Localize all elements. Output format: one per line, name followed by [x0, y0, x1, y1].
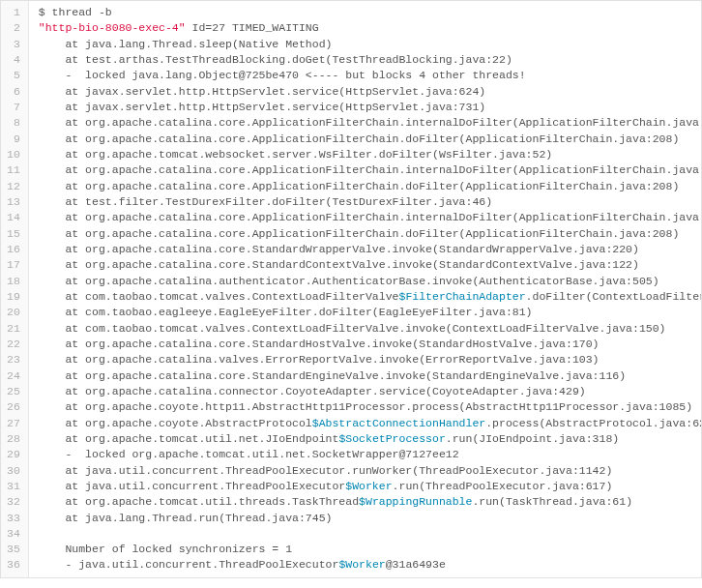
line-number: 36: [7, 557, 20, 573]
code-text: .run(TaskThread.java:61): [472, 495, 632, 508]
line-number: 11: [7, 162, 20, 178]
line-number: 25: [7, 384, 20, 399]
code-line: Number of locked synchronizers = 1: [39, 542, 701, 557]
code-line: - locked org.apache.tomcat.util.net.Sock…: [39, 447, 701, 462]
code-text: at javax.servlet.http.HttpServlet.servic…: [39, 85, 485, 98]
inner-class: $Worker: [345, 480, 392, 492]
inner-class: $SocketProcessor: [338, 432, 445, 445]
line-number: 8: [7, 115, 20, 131]
line-number: 27: [7, 416, 20, 431]
code-line: at test.arthas.TestThreadBlocking.doGet(…: [39, 52, 701, 68]
code-text: .doFilter(ContextLoadFilterValve.java:19…: [526, 290, 701, 303]
inner-class: $FilterChainAdapter: [398, 290, 525, 303]
code-line: at java.lang.Thread.run(Thread.java:745): [39, 511, 701, 526]
line-number: 5: [7, 68, 20, 83]
line-number: 10: [7, 147, 20, 162]
code-text: at org.apache.catalina.core.ApplicationF…: [39, 116, 701, 129]
code-line: at org.apache.catalina.core.StandardCont…: [39, 257, 701, 273]
code-line: at org.apache.catalina.core.ApplicationF…: [39, 115, 701, 131]
code-text: at org.apache.catalina.core.StandardHost…: [39, 338, 600, 350]
code-text: at org.apache.tomcat.websocket.server.Ws…: [39, 148, 552, 161]
code-line: at org.apache.tomcat.util.net.JIoEndpoin…: [39, 431, 701, 447]
code-line: at org.apache.catalina.valves.ErrorRepor…: [39, 352, 701, 368]
code-text: - locked java.lang.Object@725be470 <----…: [39, 69, 526, 81]
code-line: at java.util.concurrent.ThreadPoolExecut…: [39, 479, 701, 494]
code-line: at javax.servlet.http.HttpServlet.servic…: [39, 100, 701, 115]
line-number: 19: [7, 289, 20, 305]
line-number: 14: [7, 210, 20, 225]
code-text: at java.util.concurrent.ThreadPoolExecut…: [39, 480, 345, 492]
line-number: 17: [7, 257, 20, 273]
code-text: at javax.servlet.http.HttpServlet.servic…: [39, 101, 485, 113]
code-text: .run(ThreadPoolExecutor.java:617): [393, 480, 613, 492]
line-number: 12: [7, 179, 20, 194]
line-number: 26: [7, 399, 20, 415]
line-number: 4: [7, 52, 20, 68]
code-line: - java.util.concurrent.ThreadPoolExecuto…: [39, 557, 701, 573]
code-block: 1234567891011121314151617181920212223242…: [0, 0, 702, 578]
line-number: 33: [7, 511, 20, 526]
code-text: - locked org.apache.tomcat.util.net.Sock…: [39, 448, 459, 460]
code-line: at org.apache.catalina.core.ApplicationF…: [39, 210, 701, 225]
code-line: "http-bio-8080-exec-4" Id=27 TIMED_WAITI…: [39, 20, 701, 36]
line-number: 15: [7, 226, 20, 242]
line-number: 18: [7, 274, 20, 289]
code-text: at org.apache.catalina.core.ApplicationF…: [39, 163, 701, 176]
code-line: - locked java.lang.Object@725be470 <----…: [39, 68, 701, 83]
code-line: at org.apache.catalina.core.ApplicationF…: [39, 132, 701, 147]
line-number: 2: [7, 20, 20, 36]
line-number: 32: [7, 494, 20, 510]
line-number: 13: [7, 194, 20, 210]
line-number: 34: [7, 526, 20, 542]
line-number: 7: [7, 100, 20, 115]
code-line: at org.apache.catalina.connector.CoyoteA…: [39, 384, 701, 399]
code-line: at org.apache.tomcat.util.threads.TaskTh…: [39, 494, 701, 510]
line-number: 30: [7, 463, 20, 479]
code-line: at org.apache.catalina.core.ApplicationF…: [39, 162, 701, 178]
string-literal: "http-bio-8080-exec-4": [39, 21, 186, 34]
code-line: at org.apache.tomcat.websocket.server.Ws…: [39, 147, 701, 162]
code-line: at com.taobao.tomcat.valves.ContextLoadF…: [39, 321, 701, 337]
code-text: .run(JIoEndpoint.java:318): [446, 432, 619, 445]
code-line: at test.filter.TestDurexFilter.doFilter(…: [39, 194, 701, 210]
code-text: at org.apache.tomcat.util.net.JIoEndpoin…: [39, 432, 339, 445]
code-text: at org.apache.catalina.core.StandardCont…: [39, 258, 639, 271]
code-text: $ thread -b: [39, 6, 112, 18]
code-line: at java.lang.Thread.sleep(Native Method): [39, 37, 701, 52]
code-line: at org.apache.catalina.core.StandardWrap…: [39, 242, 701, 257]
line-number: 20: [7, 305, 20, 320]
line-number: 28: [7, 431, 20, 447]
code-text: - java.util.concurrent.ThreadPoolExecuto…: [39, 558, 339, 571]
line-number: 29: [7, 447, 20, 462]
code-text: Number of locked synchronizers = 1: [39, 543, 292, 555]
code-text: at org.apache.catalina.core.ApplicationF…: [39, 211, 701, 223]
code-text: at org.apache.catalina.authenticator.Aut…: [39, 275, 659, 287]
code-line: at org.apache.catalina.authenticator.Aut…: [39, 274, 701, 289]
line-number: 22: [7, 337, 20, 352]
code-text: at org.apache.catalina.core.ApplicationF…: [39, 180, 680, 192]
code-text: Id=27 TIMED_WAITING: [186, 21, 319, 34]
inner-class: $Worker: [338, 558, 385, 571]
code-text: at org.apache.catalina.core.ApplicationF…: [39, 132, 680, 145]
line-number: 31: [7, 479, 20, 494]
line-number: 6: [7, 84, 20, 100]
line-number: 9: [7, 132, 20, 147]
code-line: at org.apache.catalina.core.StandardEngi…: [39, 368, 701, 384]
code-line: $ thread -b: [39, 5, 701, 20]
code-text: at java.lang.Thread.run(Thread.java:745): [39, 512, 333, 524]
code-text: at org.apache.catalina.core.StandardEngi…: [39, 369, 626, 382]
code-content[interactable]: $ thread -b"http-bio-8080-exec-4" Id=27 …: [29, 1, 701, 577]
code-line: at com.taobao.tomcat.valves.ContextLoadF…: [39, 289, 701, 305]
code-text: at org.apache.catalina.valves.ErrorRepor…: [39, 353, 600, 366]
line-number: 3: [7, 37, 20, 52]
code-text: at java.lang.Thread.sleep(Native Method): [39, 38, 333, 50]
code-text: [39, 527, 45, 540]
line-number: 1: [7, 5, 20, 20]
code-text: at org.apache.catalina.core.ApplicationF…: [39, 227, 680, 240]
code-text: at com.taobao.tomcat.valves.ContextLoadF…: [39, 290, 399, 303]
code-text: at test.arthas.TestThreadBlocking.doGet(…: [39, 53, 512, 66]
code-text: at com.taobao.tomcat.valves.ContextLoadF…: [39, 322, 666, 335]
inner-class: $AbstractConnectionHandler: [312, 417, 485, 429]
code-text: at org.apache.catalina.connector.CoyoteA…: [39, 385, 586, 397]
line-number: 23: [7, 352, 20, 368]
